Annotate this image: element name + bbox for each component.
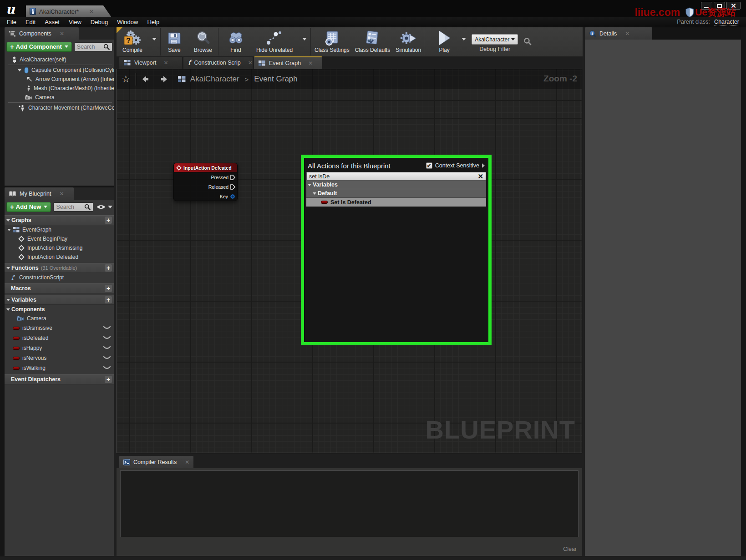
simulation-button[interactable]: Simulation <box>393 27 424 56</box>
components-tab[interactable]: Components ✕ <box>5 27 79 40</box>
event-node-icon <box>176 165 182 171</box>
add-graph-button[interactable]: + <box>105 217 112 224</box>
class-defaults-button[interactable]: Class Defaults <box>352 27 393 56</box>
debug-search-icon[interactable] <box>523 37 532 56</box>
tree-row-self[interactable]: AkaiCharacter(self) <box>5 55 114 64</box>
simulation-icon <box>400 30 417 46</box>
bookmark-star-icon[interactable]: ☆ <box>122 74 130 85</box>
add-new-button[interactable]: + Add New <box>6 202 51 212</box>
compiler-results-tab-close-icon[interactable]: ✕ <box>185 459 189 465</box>
tree-row-charmove[interactable]: Character Movement (CharMoveCon <box>5 103 114 112</box>
variable-camera-row[interactable]: Camera <box>5 314 114 323</box>
constructionscript-row[interactable]: f ConstructionScript <box>5 273 114 282</box>
exec-pin-icon[interactable] <box>230 184 235 190</box>
my-blueprint-tab[interactable]: My Blueprint ✕ <box>5 187 74 200</box>
variable-isnervous-row[interactable]: isNervous <box>5 353 114 363</box>
event-icon <box>18 236 25 242</box>
expander-icon[interactable] <box>17 69 22 71</box>
visibility-eye-icon[interactable] <box>96 204 106 210</box>
closed-eye-icon[interactable] <box>103 366 111 370</box>
my-blueprint-search-input[interactable] <box>56 204 84 210</box>
graphs-section-header[interactable]: Graphs + <box>5 215 114 225</box>
my-blueprint-tab-close-icon[interactable]: ✕ <box>59 191 64 197</box>
viewport-tab[interactable]: Viewport ✕ <box>119 57 182 69</box>
asset-editor-tab[interactable]: AkaiCharacter* ✕ <box>26 5 112 17</box>
breadcrumb-leaf[interactable]: Event Graph <box>254 75 297 84</box>
components-search-input[interactable] <box>77 44 103 50</box>
compiler-clear-button[interactable]: Clear <box>563 546 577 552</box>
nav-forward-icon[interactable] <box>158 76 168 83</box>
variable-iswalking-row[interactable]: isWalking <box>5 363 114 373</box>
viewport-tab-close-icon[interactable]: ✕ <box>163 60 168 66</box>
tree-row-arrow[interactable]: Arrow Component (Arrow) (Inherite <box>5 75 114 84</box>
add-variable-button[interactable]: + <box>105 296 112 303</box>
my-blueprint-search[interactable] <box>53 202 93 212</box>
find-button[interactable]: Find <box>221 27 250 56</box>
menu-view[interactable]: View <box>64 19 86 25</box>
details-tab[interactable]: i Details ✕ <box>585 27 652 40</box>
variable-ishappy-row[interactable]: isHappy <box>5 343 114 353</box>
tree-row-camera[interactable]: Camera <box>5 93 114 102</box>
add-function-button[interactable]: + <box>105 264 112 272</box>
closed-eye-icon[interactable] <box>103 326 111 330</box>
exec-pin-icon[interactable] <box>230 175 235 180</box>
menu-file[interactable]: File <box>2 19 21 25</box>
play-button[interactable]: Play <box>431 27 458 56</box>
construction-script-tab[interactable]: f Construction Scrip ✕ <box>183 57 253 69</box>
asset-tab-label: AkaiCharacter* <box>39 8 79 15</box>
add-macro-button[interactable]: + <box>105 285 112 292</box>
inputaction-dismissing-row[interactable]: InputAction Dismissing <box>5 243 114 252</box>
pin-key[interactable]: Key <box>174 192 237 201</box>
add-component-button[interactable]: + Add Component <box>6 42 72 52</box>
event-graph-tab-close-icon[interactable]: ✕ <box>308 60 313 66</box>
macros-section-header[interactable]: Macros + <box>5 283 114 293</box>
hide-unrelated-dropdown[interactable] <box>299 22 310 56</box>
save-button[interactable]: Save <box>161 27 188 56</box>
inputaction-defeated-node[interactable]: InputAction Defeated Pressed Released Ke… <box>173 163 238 201</box>
pin-pressed[interactable]: Pressed <box>174 173 237 182</box>
details-tab-close-icon[interactable]: ✕ <box>625 30 629 37</box>
closed-eye-icon[interactable] <box>103 336 111 340</box>
variable-isdefeated-row[interactable]: isDefeated <box>5 333 114 343</box>
debug-object-dropdown[interactable]: AkaiCharacter <box>472 34 518 45</box>
visibility-dropdown-icon[interactable] <box>108 206 112 208</box>
breadcrumb-root[interactable]: AkaiCharacter <box>190 75 239 84</box>
add-event-dispatcher-button[interactable]: + <box>105 376 112 383</box>
variable-isdismissive-row[interactable]: isDismissive <box>5 323 114 333</box>
menu-asset[interactable]: Asset <box>40 19 64 25</box>
variables-components-header[interactable]: Components <box>5 305 114 314</box>
menu-window[interactable]: Window <box>112 19 142 25</box>
variables-section-header[interactable]: Variables + <box>5 295 114 305</box>
eventgraph-row[interactable]: EventGraph <box>5 225 114 234</box>
closed-eye-icon[interactable] <box>103 356 111 360</box>
key-pin-icon[interactable] <box>230 194 235 199</box>
event-graph-tab[interactable]: Event Graph ✕ <box>254 56 322 69</box>
pin-released[interactable]: Released <box>174 182 237 192</box>
play-options-dropdown[interactable] <box>458 22 470 56</box>
class-settings-button[interactable]: Class Settings <box>312 27 352 56</box>
tree-row-capsule[interactable]: Capsule Component (CollisionCylind <box>5 66 114 75</box>
functions-section-header[interactable]: Functions (31 Overridable) + <box>5 263 114 273</box>
tree-row-mesh[interactable]: Mesh (CharacterMesh0) (Inherited) <box>5 84 114 93</box>
compile-options-dropdown[interactable] <box>148 22 160 56</box>
menu-edit[interactable]: Edit <box>21 19 40 25</box>
event-graph-canvas[interactable]: ☆ AkaiCharacter > Event Graph Zoom -2 BL… <box>117 69 582 453</box>
svg-text:?: ? <box>126 37 131 45</box>
book-icon <box>9 191 16 197</box>
hide-unrelated-button[interactable]: Hide Unrelated <box>250 27 299 56</box>
browse-button[interactable]: Browse <box>188 27 218 56</box>
nav-back-icon[interactable] <box>142 76 152 83</box>
asset-tab-close-icon[interactable]: ✕ <box>89 8 94 15</box>
parent-class-link[interactable]: Character <box>714 19 739 25</box>
components-tab-close-icon[interactable]: ✕ <box>60 30 64 37</box>
closed-eye-icon[interactable] <box>103 346 111 350</box>
event-dispatchers-section-header[interactable]: Event Dispatchers + <box>5 374 114 384</box>
shield-icon <box>685 7 694 17</box>
breadcrumb: AkaiCharacter > Event Graph <box>190 75 298 84</box>
menu-debug[interactable]: Debug <box>86 19 112 25</box>
construction-script-tab-close-icon[interactable]: ✕ <box>248 60 253 66</box>
inputaction-defeated-row[interactable]: InputAction Defeated <box>5 252 114 262</box>
event-beginplay-row[interactable]: Event BeginPlay <box>5 234 114 243</box>
compiler-results-tab[interactable]: Compiler Results ✕ <box>119 456 193 468</box>
components-search[interactable] <box>74 42 112 51</box>
